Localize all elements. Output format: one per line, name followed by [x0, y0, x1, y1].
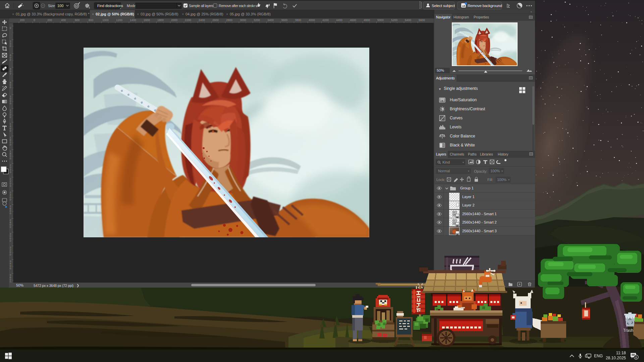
svg-text:6: 6: [635, 356, 637, 359]
svg-text:Trash: Trash: [623, 328, 633, 333]
